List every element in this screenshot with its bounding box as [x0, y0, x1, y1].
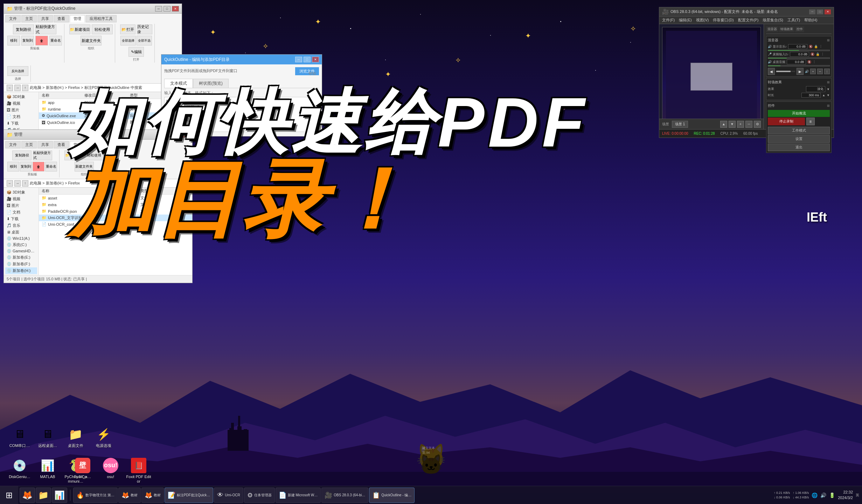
obs-transitions-expand[interactable]: ⊞ [827, 80, 830, 84]
settings-button[interactable]: 设置 [768, 135, 830, 143]
obs-transitions-expand-btn[interactable]: ▼ [827, 88, 830, 91]
obs-menu-help[interactable]: 帮助(H) [804, 18, 817, 23]
copy-2[interactable]: 复制到 [20, 162, 32, 172]
forward-btn-2[interactable]: → [14, 180, 21, 187]
qo-maximize[interactable]: □ [304, 57, 311, 62]
none-button[interactable]: 全部不选 [137, 36, 152, 46]
table-row[interactable]: 📁 PaddleOCR-json 文件夹 [39, 208, 192, 215]
sidebar2-h[interactable]: 💿 新加卷(H:) [5, 267, 37, 274]
desktop-icon-diskgenius[interactable]: 💿 DiskGeniu… [7, 458, 32, 484]
sidebar2-music[interactable]: 🎵 音乐 [5, 222, 37, 229]
obs-pause-btn[interactable]: ⏸ [806, 118, 815, 125]
obs-menu-tools[interactable]: 工具(T) [787, 18, 800, 23]
sidebar2-win11[interactable]: 💿 Win11(A:) [5, 236, 37, 241]
obs-mixer-more-3[interactable]: ⋮ [813, 60, 816, 64]
desktop-icon-osu[interactable]: osu! osu! [98, 458, 123, 484]
history-button[interactable]: 历史记录 [137, 24, 152, 34]
exit-button[interactable]: 退出 [768, 144, 830, 151]
ribbon2-tab-home[interactable]: 主页 [21, 141, 37, 148]
obs-duration-up[interactable]: ▲ [822, 93, 825, 97]
obs-mixer-vol-down[interactable]: ◀ [768, 68, 775, 75]
taskbar-pin-excel[interactable]: 📊 [52, 488, 67, 503]
start-button[interactable]: ⊞ [0, 486, 18, 504]
sidebar2-desktop[interactable]: 🖥 桌面 [5, 229, 37, 236]
obs-down-btn[interactable]: ▼ [729, 121, 736, 128]
sidebar2-pictures[interactable]: 🖼 图片 [5, 202, 37, 209]
ribbon2-tab-share[interactable]: 共享 [37, 141, 53, 148]
forward-button[interactable]: → [14, 85, 21, 91]
desktop-icon-power[interactable]: ⚡ 电源选项 [91, 427, 116, 448]
tray-battery-icon[interactable]: 🔋 [829, 492, 835, 498]
desktop-icon-fyjik[interactable]: 壁 FyJik_a… [70, 458, 95, 484]
obs-menu-scene[interactable]: 场景集合(S) [763, 18, 783, 23]
obs-menu-file[interactable]: 文件(F) [662, 18, 675, 23]
back-button[interactable]: ← [7, 85, 13, 91]
tray-volume-icon[interactable]: 🔊 [820, 492, 826, 498]
taskbar-item-umiocr[interactable]: 👁 Umi-OCR [214, 488, 243, 503]
copy-path-button[interactable]: 复制路径 [13, 24, 34, 34]
ribbon-tab-file[interactable]: 文件 [5, 15, 21, 22]
ribbon-tab-apptools[interactable]: 应用程序工具 [86, 15, 117, 22]
ribbon-tab-manage[interactable]: 管理 [70, 15, 85, 22]
start-stream-button[interactable]: 开始推流 [768, 110, 830, 117]
sidebar-downloads[interactable]: ⬇ 下载 [5, 120, 37, 127]
obs-remove-scene-btn[interactable]: ─ [745, 121, 752, 128]
table-row[interactable]: 📄 Umi-OCR_conf JSON [39, 221, 192, 227]
obs-gear-scene-btn[interactable]: ⚙ [754, 121, 761, 128]
back-btn-2[interactable]: ← [7, 180, 13, 187]
new-folder-2[interactable]: 新建文件夹 [75, 162, 94, 172]
obs-mixer-more-1[interactable]: ⋮ [819, 45, 822, 48]
address-path-2[interactable]: 此电脑 > 新加卷(H:) > Firefox [30, 181, 189, 186]
ribbon-tab-home[interactable]: 主页 [21, 15, 37, 22]
obs-maximize[interactable]: □ [817, 9, 823, 14]
obs-mixer-settings-btn[interactable]: ⋮ [824, 69, 830, 74]
obs-up-btn[interactable]: ▲ [720, 121, 727, 128]
sidebar-3d[interactable]: 📦 3D对象 [5, 93, 37, 100]
move-2[interactable]: 移到 [7, 162, 19, 172]
table-row[interactable]: ⚙ QuickOutline.exe 2021/11/12 5:41 应用程序 … [39, 112, 182, 119]
desktop-icon-deskfiles[interactable]: 📁 桌面文件 [63, 427, 88, 448]
table-row[interactable]: 📁 extra 文件夹 [39, 201, 192, 208]
sidebar2-c[interactable]: 💿 系统(C:) [5, 241, 37, 248]
up-btn-2[interactable]: ↑ [22, 180, 28, 187]
rename-button[interactable]: 重命名 [49, 36, 62, 46]
tray-network-icon[interactable]: 🌐 [812, 492, 818, 498]
tray-lang[interactable]: 英 [856, 493, 859, 498]
table-row[interactable]: 📁 runtime 2023/10/11 23:00 文件夹 [39, 106, 182, 112]
sidebar-documents[interactable]: 📄 文档 [5, 113, 37, 120]
obs-controls-expand[interactable]: ⊞ [827, 104, 830, 107]
sidebar-pictures[interactable]: 🖼 图片 [5, 107, 37, 113]
obs-tab-transitions[interactable]: 转场效果 [779, 26, 794, 32]
obs-mixer-mute-2[interactable]: 🔇 [811, 52, 814, 56]
taskbar-item-textbook2[interactable]: 🦊 教材 [141, 488, 164, 503]
obs-menu-dock[interactable]: 停靠窗口(D) [713, 18, 734, 23]
table-row[interactable]: 📁 app 2023/10/11 23:00 文件夹 [39, 99, 182, 106]
easy-access-2[interactable]: 轻松使用 [84, 150, 104, 160]
obs-duration-down[interactable]: ▼ [827, 93, 830, 97]
copy-button[interactable]: 复制到 [21, 36, 34, 46]
taskbar-pin-firefox[interactable]: 🦊 [20, 488, 35, 503]
desktop-icon-matlab[interactable]: 📊 MATLAB [35, 458, 60, 484]
qo-tab-text[interactable]: 文本模式 [164, 79, 193, 88]
obs-mixer-vol-up[interactable]: ▶ [797, 68, 804, 75]
ribbon2-tab-apptools[interactable]: 应用程序工具 [86, 141, 117, 148]
new-folder-btn2[interactable]: 新建文件夹 [81, 36, 102, 46]
table-row[interactable]: 📁 asset 文件夹 [39, 195, 192, 201]
desktop-icon-com[interactable]: 🖥 COM串口… [7, 427, 32, 448]
obs-minimize[interactable]: ─ [809, 9, 815, 14]
obs-add-scene-btn[interactable]: + [737, 121, 744, 128]
taskbar-item-obs[interactable]: 🎥 OBS 28.0.3 (64-bi… [321, 488, 368, 503]
sidebar-video[interactable]: 🎥 视频 [5, 100, 37, 107]
ribbon2-tab-manage[interactable]: 管理 [70, 141, 85, 148]
obs-mixer-mute-3[interactable]: 🔇 [807, 60, 811, 64]
obs-scene-item[interactable]: 场景 1 [672, 121, 688, 128]
ribbon2-tab-view[interactable]: 查看 [54, 141, 69, 148]
sidebar2-e[interactable]: 💿 新加卷(E:) [5, 254, 37, 261]
qo-close[interactable]: ✕ [312, 57, 319, 62]
desktop-icon-foxit[interactable]: 📕 Foxit PDF Editor [126, 458, 151, 484]
obs-mixer-remove-btn[interactable]: ─ [817, 69, 823, 74]
taskbar-item-quickoutline[interactable]: 📝 标注PDF批注Quick… [165, 488, 214, 503]
sidebar2-documents[interactable]: 📄 文档 [5, 209, 37, 216]
delete-2[interactable]: 🗑 [33, 162, 44, 172]
work-mode-button[interactable]: 工作模式 [768, 127, 830, 134]
